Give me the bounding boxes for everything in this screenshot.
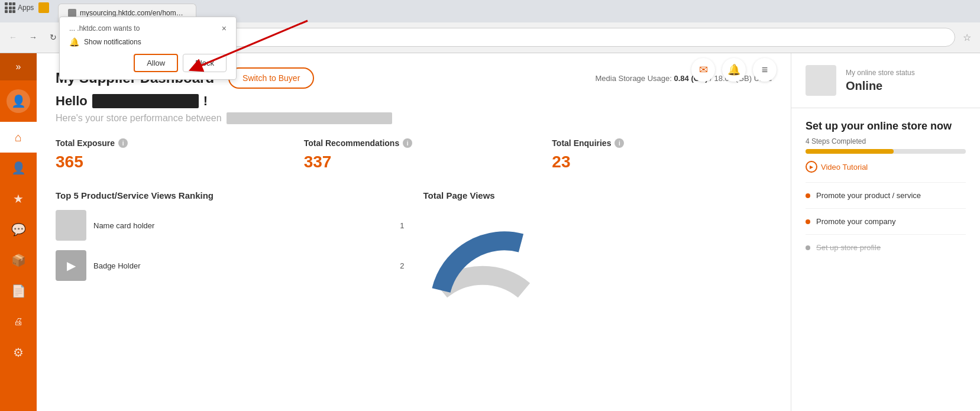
date-range-redacted — [227, 112, 392, 124]
stat-total-exposure: Total Exposure i 365 — [56, 138, 276, 171]
mail-button[interactable]: ✉ — [691, 58, 715, 82]
settings-icon: ⚙ — [13, 345, 24, 360]
stat-value-recommendations: 337 — [304, 153, 524, 171]
sidebar-item-documents[interactable]: 📄 — [0, 276, 37, 306]
popup-notification-row: 🔔 Show notifications — [69, 37, 227, 47]
progress-bar-fill — [806, 149, 894, 154]
ranking-left: Top 5 Product/Service Views Ranking Name… — [56, 190, 405, 302]
print-icon: 🖨 — [14, 316, 23, 327]
popup-domain: ... .hktdc.com wants to — [69, 24, 140, 33]
hello-prefix: Hello — [56, 93, 88, 109]
stat-label-exposure: Total Exposure i — [56, 138, 276, 148]
video-icon: ▶ — [67, 258, 76, 273]
stat-label-rec-text: Total Recommendations — [304, 138, 400, 148]
stat-label-exposure-text: Total Exposure — [56, 138, 115, 148]
sidebar-item-star[interactable]: ★ — [0, 183, 37, 214]
setup-item-1[interactable]: Promote your product / service — [806, 182, 966, 208]
donut-chart — [423, 208, 542, 302]
setup-item-3[interactable]: Set up store profile — [806, 234, 966, 260]
right-panel: My online store status Online Set up you… — [791, 53, 980, 411]
block-button[interactable]: Block — [183, 54, 227, 72]
performance-prefix: Here's your store performance between — [56, 113, 222, 124]
hello-suffix: ! — [203, 93, 208, 109]
tab-title: mysourcing.hktdc.com/en/home-dashboa... — [80, 9, 186, 17]
chart-title: Total Page Views — [423, 190, 772, 200]
hello-name-redacted — [92, 94, 199, 108]
bullet-2 — [806, 219, 810, 224]
back-button[interactable]: ← — [5, 29, 21, 46]
stat-total-enquiries: Total Enquiries i 23 — [552, 138, 772, 171]
ranking-thumb-2: ▶ — [56, 250, 86, 281]
ranking-num-1: 1 — [400, 221, 404, 230]
ranking-item-2: ▶ Badge Holder 2 — [56, 250, 405, 281]
sidebar-item-settings[interactable]: ⚙ — [0, 337, 37, 368]
notification-bell-icon: 🔔 — [69, 37, 79, 47]
ranking-thumb-1 — [56, 210, 86, 241]
sidebar-item-user[interactable]: 👤 — [0, 153, 37, 183]
sidebar-item-chat[interactable]: 💬 — [0, 214, 37, 245]
stat-value-exposure: 365 — [56, 153, 276, 171]
sidebar-expand-button[interactable]: » — [0, 53, 37, 80]
apps-grid-icon[interactable] — [5, 2, 15, 13]
store-status-image — [806, 65, 836, 96]
info-icon-enquiries[interactable]: i — [614, 138, 624, 148]
bookmark-button[interactable]: ☆ — [959, 29, 975, 46]
apps-label[interactable]: Apps — [18, 4, 34, 12]
setup-checklist: Promote your product / service Promote y… — [806, 182, 966, 260]
expand-icon: » — [16, 62, 21, 72]
setup-title: Set up your online store now — [806, 120, 966, 132]
bookmark-favicon — [38, 2, 49, 13]
forward-button[interactable]: → — [25, 29, 41, 46]
store-status-info: My online store status Online — [846, 69, 915, 93]
popup-buttons: Allow Block — [69, 54, 227, 72]
star-icon: ★ — [13, 192, 24, 206]
stat-label-enquiries: Total Enquiries i — [552, 138, 772, 148]
setup-progress-label: 4 Steps Completed — [806, 137, 966, 145]
sidebar-item-home[interactable]: ⌂ — [0, 122, 37, 153]
info-icon-recommendations[interactable]: i — [403, 138, 412, 148]
avatar-icon: 👤 — [11, 94, 26, 108]
stat-label-enq-text: Total Enquiries — [552, 138, 611, 148]
sidebar-item-products[interactable]: 📦 — [0, 245, 37, 276]
ranking-name-1: Name card holder — [93, 221, 393, 230]
stat-total-recommendations: Total Recommendations i 337 — [304, 138, 524, 171]
stat-value-enquiries: 23 — [552, 153, 772, 171]
play-circle-icon: ▶ — [806, 161, 817, 173]
popup-notification-text: Show notifications — [84, 38, 141, 46]
store-status-value: Online — [846, 79, 915, 93]
storage-label: Media Storage Usage: — [596, 74, 672, 83]
right-panel-top: My online store status Online — [791, 53, 980, 108]
bullet-1 — [806, 193, 810, 198]
bell-button[interactable]: 🔔 — [722, 58, 746, 82]
stat-label-recommendations: Total Recommendations i — [304, 138, 524, 148]
setup-section: Set up your online store now 4 Steps Com… — [791, 108, 980, 272]
video-tutorial-link[interactable]: ▶ Video Tutorial — [806, 161, 966, 173]
ranking-item-1: Name card holder 1 — [56, 210, 405, 241]
setup-item-2[interactable]: Promote your company — [806, 208, 966, 234]
bullet-3 — [806, 245, 810, 250]
setup-item-text-3: Set up store profile — [816, 243, 881, 252]
ranking-num-2: 2 — [400, 261, 404, 270]
sidebar-item-print[interactable]: 🖨 — [0, 306, 37, 337]
header-icons: ✉ 🔔 ≡ — [691, 58, 777, 82]
popup-header: ... .hktdc.com wants to × — [69, 24, 227, 33]
chart-area: Total Page Views — [423, 190, 772, 302]
sidebar-avatar: 👤 — [0, 83, 37, 119]
video-tutorial-text: Video Tutorial — [821, 163, 868, 171]
main-content: ✉ 🔔 ≡ My Supplier Dashboard Switch to Bu… — [37, 53, 791, 411]
allow-button[interactable]: Allow — [134, 54, 178, 72]
ranking-name-2: Badge Holder — [93, 261, 393, 270]
popup-close-button[interactable]: × — [222, 24, 227, 33]
progress-bar-container — [806, 149, 966, 154]
info-icon-exposure[interactable]: i — [118, 138, 128, 148]
box-icon: 📦 — [11, 253, 26, 267]
ranking-title: Top 5 Product/Service Views Ranking — [56, 190, 405, 200]
chat-icon: 💬 — [11, 222, 26, 237]
menu-button[interactable]: ≡ — [753, 58, 777, 82]
switch-to-buyer-button[interactable]: Switch to Buyer — [228, 67, 314, 89]
app-container: » 👤 ⌂ 👤 ★ 💬 📦 📄 🖨 ⚙ — [0, 53, 980, 411]
stats-row: Total Exposure i 365 Total Recommendatio… — [56, 138, 772, 171]
user-icon: 👤 — [11, 161, 26, 175]
home-icon: ⌂ — [15, 131, 22, 144]
setup-item-text-1: Promote your product / service — [816, 191, 921, 200]
